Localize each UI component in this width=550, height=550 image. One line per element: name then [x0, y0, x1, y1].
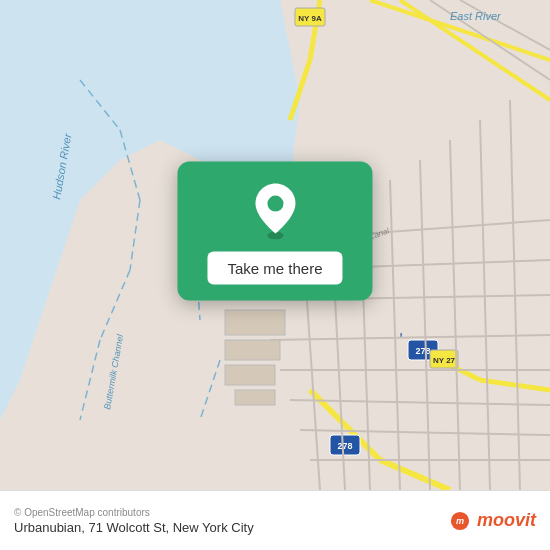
address-text: Urbanubian, 71 Wolcott St, New York City	[14, 520, 446, 535]
svg-rect-54	[225, 340, 280, 360]
location-card: Take me there	[177, 162, 372, 301]
svg-text:278: 278	[415, 346, 430, 356]
svg-rect-55	[225, 365, 275, 385]
moovit-logo: m moovit	[446, 510, 536, 531]
svg-rect-56	[235, 390, 275, 405]
svg-point-58	[267, 196, 283, 212]
bottom-bar: © OpenStreetMap contributors Urbanubian,…	[0, 490, 550, 550]
svg-text:NY 9A: NY 9A	[298, 14, 322, 23]
attribution-text: © OpenStreetMap contributors	[14, 507, 446, 518]
bottom-content: © OpenStreetMap contributors Urbanubian,…	[14, 507, 446, 535]
svg-text:NY 27: NY 27	[433, 356, 456, 365]
svg-text:m: m	[456, 516, 464, 526]
map-pin-icon	[251, 182, 299, 240]
svg-text:278: 278	[337, 441, 352, 451]
moovit-brand-icon: m	[446, 511, 474, 531]
moovit-logo-text: moovit	[477, 510, 536, 531]
svg-rect-53	[225, 310, 285, 335]
take-me-there-button[interactable]: Take me there	[207, 252, 342, 285]
map-container: 278 I 278 NY 27 NY 9A	[0, 0, 550, 490]
svg-text:East River: East River	[450, 10, 502, 22]
